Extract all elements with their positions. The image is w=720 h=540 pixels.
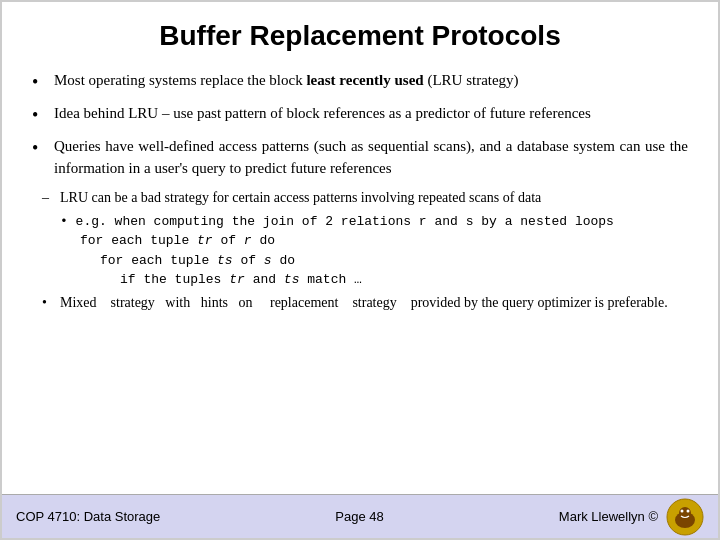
mixed-text: Mixed strategy with hints on replacement… <box>60 293 668 313</box>
bullet-text-3: Queries have well-defined access pattern… <box>54 136 688 180</box>
bullet-dot-3: • <box>32 135 50 161</box>
slide-footer: COP 4710: Data Storage Page 48 Mark Llew… <box>2 494 718 538</box>
bullet-dot-1: • <box>32 69 50 95</box>
slide: Buffer Replacement Protocols • Most oper… <box>0 0 720 540</box>
lru-sub-bullet: – LRU can be a bad strategy for certain … <box>42 188 688 208</box>
footer-logo-icon <box>666 498 704 536</box>
lru-sub-text: LRU can be a bad strategy for certain ac… <box>60 188 688 208</box>
code-section: • e.g. when computing the join of 2 rela… <box>60 212 688 290</box>
dash-icon: – <box>42 188 56 208</box>
footer-right-area: Mark Llewellyn © <box>559 498 704 536</box>
slide-content: • Most operating systems replace the blo… <box>2 62 718 494</box>
code-line-3: if the tuples tr and ts match … <box>120 270 688 290</box>
slide-title: Buffer Replacement Protocols <box>32 20 688 52</box>
bullet-item-3: • Queries have well-defined access patte… <box>32 136 688 180</box>
eg-line: • e.g. when computing the join of 2 rela… <box>60 212 688 232</box>
bullet-text-1: Most operating systems replace the block… <box>54 70 688 92</box>
mixed-bullet: • <box>42 293 56 313</box>
bullet-item-2: • Idea behind LRU – use past pattern of … <box>32 103 688 128</box>
footer-page: Page 48 <box>335 509 383 524</box>
slide-header: Buffer Replacement Protocols <box>2 2 718 62</box>
footer-course: COP 4710: Data Storage <box>16 509 160 524</box>
code-line-1: for each tuple tr of r do <box>80 231 688 251</box>
bullet-text-2: Idea behind LRU – use past pattern of bl… <box>54 103 688 125</box>
code-line-2: for each tuple ts of s do <box>100 251 688 271</box>
sub-section: – LRU can be a bad strategy for certain … <box>32 188 688 313</box>
bullet-dot-2: • <box>32 102 50 128</box>
bullet-list: • Most operating systems replace the blo… <box>32 70 688 180</box>
svg-point-4 <box>687 509 690 512</box>
footer-author: Mark Llewellyn © <box>559 509 658 524</box>
svg-point-3 <box>681 509 684 512</box>
bullet-item-1: • Most operating systems replace the blo… <box>32 70 688 95</box>
mixed-line: • Mixed strategy with hints on replaceme… <box>42 293 688 313</box>
